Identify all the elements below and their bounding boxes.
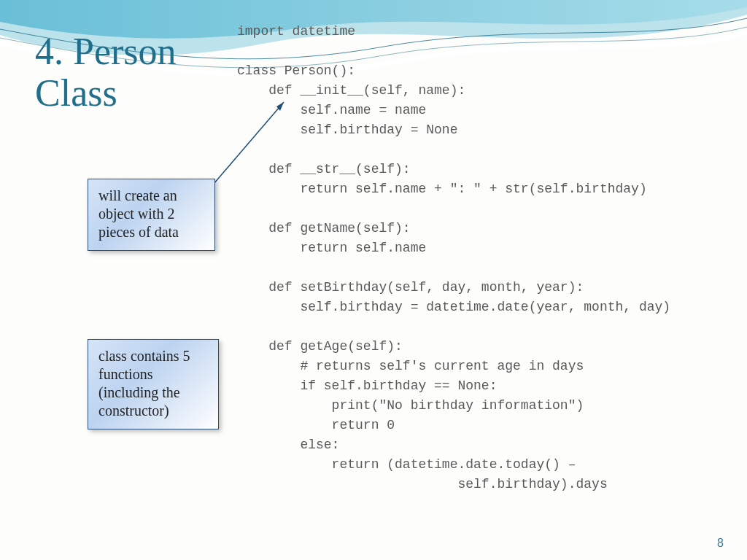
slide-title: 4. Person Class [35, 31, 225, 114]
title-line-1: 4. Person [35, 31, 177, 72]
title-line-2: Class [35, 72, 117, 114]
callout-five-functions: class contains 5 functions (including th… [88, 339, 219, 429]
page-number: 8 [717, 537, 724, 550]
callout-create-object: will create an object with 2 pieces of d… [88, 179, 215, 251]
code-block: import datetime class Person(): def __in… [237, 22, 670, 494]
